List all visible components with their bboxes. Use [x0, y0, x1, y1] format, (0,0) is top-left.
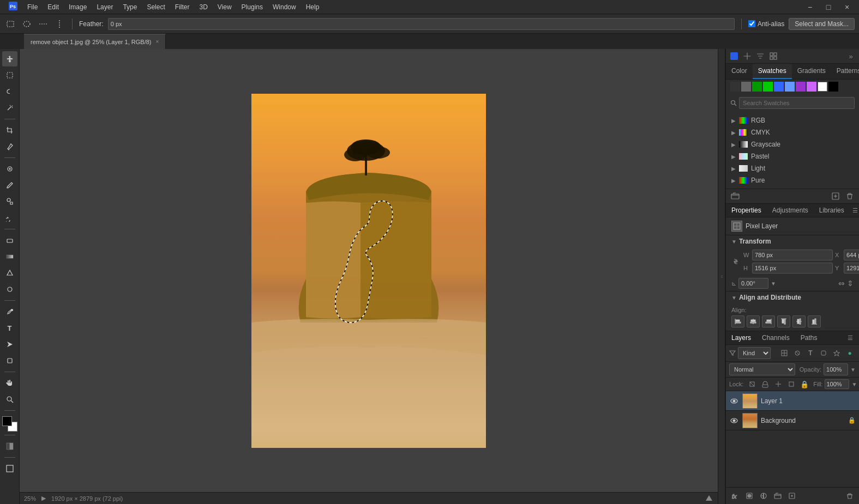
- add-adjustment-button[interactable]: [758, 490, 770, 502]
- swatch-black[interactable]: [828, 82, 838, 92]
- anti-alias-checkbox[interactable]: [748, 20, 755, 27]
- swatch-gray[interactable]: [741, 82, 751, 92]
- filter-enable-icon[interactable]: ●: [844, 347, 856, 359]
- eraser-tool-btn[interactable]: [2, 233, 17, 248]
- preset-btn[interactable]: [741, 50, 753, 62]
- select-mask-button[interactable]: Select and Mask...: [789, 18, 855, 30]
- circle-select-icon[interactable]: [21, 18, 33, 30]
- tab-paths[interactable]: Paths: [795, 331, 823, 344]
- tab-channels[interactable]: Channels: [756, 331, 795, 344]
- align-center-h-btn[interactable]: [747, 315, 760, 327]
- tab-properties[interactable]: Properties: [726, 204, 767, 217]
- libraries-btn[interactable]: [767, 50, 779, 62]
- tab-patterns[interactable]: Patterns: [831, 64, 859, 79]
- fill-dropdown-icon[interactable]: ▼: [851, 381, 857, 387]
- panel-divider[interactable]: ‹‹: [718, 49, 725, 504]
- marquee-tool-btn[interactable]: [2, 68, 17, 83]
- double-arrow-icon[interactable]: »: [845, 50, 857, 62]
- filter-pixel-icon[interactable]: [778, 347, 790, 359]
- menu-filter[interactable]: Filter: [171, 2, 194, 12]
- rect-select-icon[interactable]: [4, 18, 16, 30]
- blur-tool-btn[interactable]: [2, 265, 17, 281]
- layer-kind-select[interactable]: Kind Name Effect Mode: [738, 347, 771, 359]
- swatch-group-grayscale[interactable]: ▶ Grayscale: [726, 138, 859, 150]
- angle-dropdown-icon[interactable]: ▼: [771, 281, 776, 287]
- wand-tool-btn[interactable]: [2, 100, 17, 116]
- new-layer-button[interactable]: [786, 490, 798, 502]
- menu-plugins[interactable]: Plugins: [237, 2, 267, 12]
- filter-adjust-icon[interactable]: [791, 347, 803, 359]
- swatch-darkgray[interactable]: [730, 82, 740, 92]
- menu-file[interactable]: File: [23, 2, 42, 12]
- menu-3d[interactable]: 3D: [195, 2, 212, 12]
- foreground-color-box[interactable]: [2, 416, 12, 426]
- brush-tool-btn[interactable]: [2, 178, 17, 193]
- menu-layer[interactable]: Layer: [92, 2, 117, 12]
- canvas-scroll-area[interactable]: .selection-path { fill: none; stroke: wh…: [20, 49, 718, 492]
- opacity-dropdown-icon[interactable]: ▼: [850, 367, 856, 373]
- filter-type-icon[interactable]: T: [804, 347, 816, 359]
- background-visibility-icon[interactable]: [729, 416, 739, 426]
- opacity-input[interactable]: [824, 363, 848, 375]
- layer-item-layer1[interactable]: Layer 1: [726, 391, 859, 411]
- layers-menu-icon[interactable]: ☰: [845, 332, 856, 343]
- flip-v-btn[interactable]: ⇕: [847, 279, 854, 288]
- angle-input[interactable]: [738, 278, 768, 289]
- screen-mode-btn[interactable]: [2, 461, 17, 476]
- fx-button[interactable]: fx: [729, 490, 741, 502]
- height-input[interactable]: [752, 263, 833, 274]
- move-tool-btn[interactable]: [2, 51, 17, 66]
- add-mask-button[interactable]: [743, 490, 755, 502]
- healing-tool-btn[interactable]: [2, 161, 17, 177]
- swatch-group-light[interactable]: ▶ Light: [726, 162, 859, 174]
- panel-options-btn[interactable]: [754, 50, 766, 62]
- dodge-tool-btn[interactable]: [2, 282, 17, 297]
- transform-section-header[interactable]: ▼ Transform: [726, 235, 859, 247]
- swatch-group-pure[interactable]: ▶ Pure: [726, 174, 859, 186]
- pen-tool-btn[interactable]: [2, 304, 17, 319]
- anti-alias-label[interactable]: Anti-alias: [748, 20, 784, 28]
- swatch-blue[interactable]: [774, 82, 784, 92]
- tab-close-icon[interactable]: ×: [156, 39, 159, 45]
- menu-edit[interactable]: Edit: [43, 2, 63, 12]
- tab-color[interactable]: Color: [726, 64, 753, 79]
- link-proportions-btn[interactable]: [731, 256, 740, 267]
- tab-libraries[interactable]: Libraries: [814, 204, 850, 217]
- history-tool-btn[interactable]: [2, 210, 17, 226]
- tab-gradients[interactable]: Gradients: [792, 64, 831, 79]
- feather-input[interactable]: [108, 18, 735, 30]
- menu-ps[interactable]: Ps: [4, 1, 22, 13]
- align-middle-btn[interactable]: [792, 315, 806, 327]
- delete-layer-button[interactable]: [844, 490, 856, 502]
- y-input[interactable]: [844, 263, 859, 274]
- document-tab[interactable]: remove object 1.jpg @ 25% (Layer 1, RGB/…: [24, 34, 166, 49]
- new-group-button[interactable]: [772, 490, 784, 502]
- tab-swatches[interactable]: Swatches: [753, 64, 792, 79]
- minimize-btn[interactable]: −: [802, 0, 818, 15]
- layer-item-background[interactable]: Background 🔒: [726, 411, 859, 430]
- color-boxes[interactable]: [2, 416, 17, 432]
- align-top-btn[interactable]: [777, 315, 790, 327]
- properties-menu-icon[interactable]: ☰: [850, 205, 859, 216]
- filter-shape-icon[interactable]: [818, 347, 830, 359]
- maximize-btn[interactable]: □: [821, 0, 836, 15]
- tab-adjustments[interactable]: Adjustments: [767, 204, 814, 217]
- new-swatch-icon[interactable]: [830, 190, 842, 202]
- menu-window[interactable]: Window: [268, 2, 301, 12]
- type-tool-btn[interactable]: T: [2, 320, 17, 336]
- delete-swatch-icon[interactable]: [844, 190, 856, 202]
- fill-input[interactable]: [825, 379, 849, 389]
- menu-help[interactable]: Help: [302, 2, 324, 12]
- swatch-group-cmyk[interactable]: ▶ CMYK: [726, 126, 859, 138]
- blend-mode-select[interactable]: Normal Dissolve Multiply Screen Overlay: [729, 363, 795, 375]
- new-swatch-folder-icon[interactable]: [729, 190, 741, 202]
- tab-layers[interactable]: Layers: [726, 331, 756, 344]
- filter-smart-icon[interactable]: [831, 347, 843, 359]
- swatches-search-input[interactable]: [739, 97, 855, 109]
- canvas-image[interactable]: .selection-path { fill: none; stroke: wh…: [251, 94, 486, 448]
- swatch-group-rgb[interactable]: ▶ RGB: [726, 114, 859, 126]
- swatch-lightblue[interactable]: [785, 82, 795, 92]
- color-picker-icon[interactable]: [728, 50, 740, 62]
- swatch-white[interactable]: [818, 82, 827, 92]
- swatch-lavender[interactable]: [807, 82, 816, 92]
